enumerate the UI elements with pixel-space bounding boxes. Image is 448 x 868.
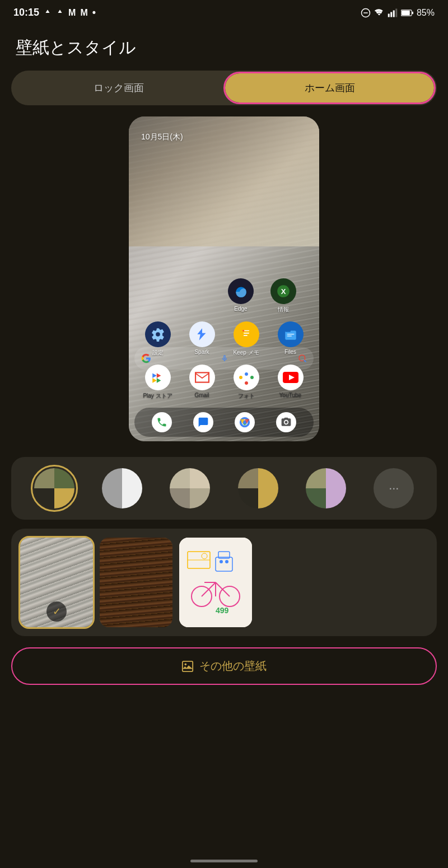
page-title: 壁紙とスタイル (0, 23, 448, 71)
wallpaper-thumb-1[interactable]: ✓ (20, 538, 93, 627)
palette-option-3[interactable] (170, 468, 210, 508)
keep-logo (239, 327, 254, 342)
svg-rect-15 (287, 334, 294, 335)
dock-phone (152, 412, 172, 432)
doodle-illustration: 499 (185, 546, 246, 619)
status-bar: 10:15 M M • 85% (0, 0, 448, 23)
dock-chrome (235, 412, 255, 432)
info-logo: X (276, 284, 291, 298)
svg-point-12 (242, 330, 244, 332)
palette-option-4[interactable] (238, 468, 278, 508)
svg-rect-13 (285, 331, 296, 340)
svg-point-32 (225, 560, 228, 563)
dnd-icon (361, 8, 371, 18)
svg-rect-7 (402, 10, 410, 15)
gmail-icon: M (68, 8, 76, 18)
svg-rect-37 (183, 661, 193, 671)
palette-option-5[interactable] (306, 468, 346, 508)
spark-logo (195, 327, 209, 342)
svg-rect-14 (285, 329, 291, 332)
svg-line-25 (202, 582, 216, 596)
google-g-icon (141, 353, 151, 363)
more-dots: ··· (389, 481, 399, 496)
svg-rect-4 (393, 10, 395, 17)
settings-gear-icon (151, 327, 165, 342)
gmail-label: Gmail (194, 392, 209, 398)
app-row-3: Play ストア Gmail (136, 365, 312, 400)
youtube-logo (283, 372, 298, 383)
palette-section: ··· (11, 457, 437, 520)
phone-preview-container: 10月5日(木) Edge (0, 116, 448, 441)
battery-percent: 85% (417, 8, 435, 18)
arrow-up-icon (44, 9, 52, 17)
svg-point-38 (185, 663, 187, 665)
svg-rect-8 (412, 11, 413, 13)
info-icon-bg: X (270, 278, 296, 304)
svg-rect-2 (388, 13, 390, 17)
home-screen-tab[interactable]: ホーム画面 (225, 73, 434, 102)
edge-label: Edge (234, 306, 247, 312)
svg-rect-5 (395, 8, 397, 17)
more-palettes-button[interactable]: ··· (374, 468, 414, 508)
svg-rect-3 (390, 12, 392, 17)
svg-point-31 (220, 560, 223, 563)
palette-option-2[interactable] (102, 468, 142, 508)
spark-icon-bg (189, 321, 215, 347)
more-wallpapers-button[interactable]: その他の壁紙 (11, 647, 437, 685)
signal-icon (388, 8, 398, 18)
mic-icon (221, 353, 228, 363)
photos-label: フォト (238, 392, 255, 400)
play-label: Play ストア (143, 392, 172, 400)
app-play[interactable]: Play ストア (140, 365, 176, 400)
status-right: 85% (361, 8, 435, 18)
wallpaper-thumb-2[interactable] (100, 538, 172, 627)
photos-logo (239, 370, 254, 385)
more-wallpapers-label: その他の壁紙 (199, 659, 267, 674)
edge-logo (234, 284, 248, 298)
phone-preview: 10月5日(木) Edge (129, 116, 319, 441)
gmail-logo (195, 371, 209, 384)
wallpaper-icon (181, 660, 194, 673)
status-left: 10:15 M M • (13, 7, 96, 18)
home-indicator (190, 860, 258, 862)
svg-rect-16 (287, 335, 292, 337)
app-row-1: Edge X 情報 (136, 278, 312, 314)
app-photos[interactable]: フォト (228, 365, 264, 400)
edge-icon-bg (228, 278, 254, 304)
svg-line-26 (216, 582, 230, 596)
gmail-icon2: M (80, 8, 87, 18)
google-search-bar (134, 347, 314, 370)
files-icon-bg (278, 321, 304, 347)
lens-icon (298, 354, 307, 363)
wallpaper-thumb-3[interactable]: 499 (179, 538, 252, 627)
svg-text:X: X (281, 287, 286, 296)
app-edge[interactable]: Edge (223, 278, 259, 314)
svg-text:499: 499 (216, 606, 229, 615)
lock-screen-tab[interactable]: ロック画面 (14, 73, 223, 102)
play-logo (151, 370, 165, 385)
tab-switcher: ロック画面 ホーム画面 (11, 71, 437, 105)
settings-icon-bg (145, 321, 171, 347)
time-display: 10:15 (13, 7, 39, 18)
app-gmail[interactable]: Gmail (184, 365, 220, 400)
svg-rect-29 (216, 557, 232, 571)
dock (134, 408, 314, 437)
dock-camera (276, 412, 296, 432)
wifi-icon (374, 8, 384, 18)
svg-point-35 (202, 553, 207, 559)
dot-indicator: • (92, 7, 96, 18)
selected-check: ✓ (46, 601, 67, 622)
preview-date: 10月5日(木) (141, 132, 183, 142)
dock-messages (193, 412, 213, 432)
palette-option-1[interactable] (34, 468, 74, 508)
battery-icon (401, 9, 413, 17)
chrome-icon (239, 416, 251, 428)
app-youtube[interactable]: YouTube (273, 365, 309, 400)
wallpaper-section: ✓ 49 (11, 529, 437, 636)
keep-icon-bg (234, 321, 259, 347)
files-logo (283, 327, 298, 342)
app-info[interactable]: X 情報 (265, 278, 301, 314)
app-grid: Edge X 情報 (129, 278, 319, 408)
arrow-up-icon2 (56, 9, 64, 17)
info-label: 情報 (278, 306, 289, 314)
